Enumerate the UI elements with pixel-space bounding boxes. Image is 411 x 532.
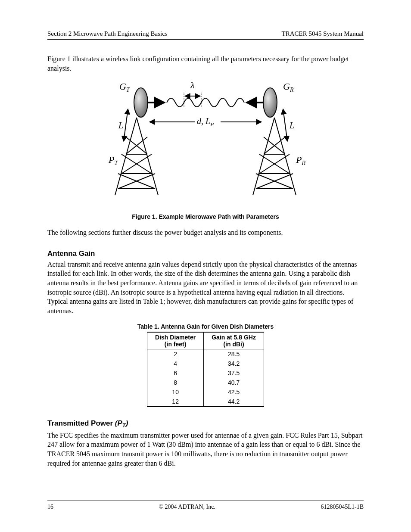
svg-line-13 [253, 118, 274, 195]
svg-line-31 [124, 109, 128, 141]
l-right-label: L [289, 121, 294, 130]
table-row: 1042.5 [147, 387, 264, 397]
gr-label: GR [283, 81, 294, 93]
footer-doc-number: 612805045L1-1B [321, 504, 364, 510]
after-figure-paragraph: The following sections further discuss t… [47, 228, 364, 237]
table-row: 228.5 [147, 349, 264, 359]
antenna-gain-table: Dish Diameter(in feet) Gain at 5.8 GHz(i… [147, 332, 264, 407]
svg-point-24 [263, 88, 277, 117]
table-row: 637.5 [147, 368, 264, 378]
pr-label: PR [296, 154, 305, 166]
transmitted-power-paragraph: The FCC specifies the maximum transmitte… [47, 431, 364, 468]
microwave-path-diagram: λ d, LP L L GT GR PT PR [85, 79, 326, 204]
gt-label: GT [119, 81, 130, 93]
pt-label: PT [108, 154, 118, 166]
table-header-diameter: Dish Diameter(in feet) [147, 332, 204, 349]
footer-copyright: © 2004 ADTRAN, Inc. [159, 504, 215, 510]
lambda-label: λ [190, 80, 195, 90]
intro-paragraph: Figure 1 illustrates a wireless link con… [47, 54, 364, 73]
table-header-gain: Gain at 5.8 GHz(in dBi) [204, 332, 264, 349]
l-left-label: L [118, 121, 123, 130]
svg-point-11 [134, 88, 148, 117]
table-row: 434.2 [147, 359, 264, 368]
figure-caption: Figure 1. Example Microwave Path with Pa… [47, 213, 364, 220]
table-row: 1244.2 [147, 397, 264, 407]
antenna-gain-paragraph: Actual transmit and receive antenna gain… [47, 260, 364, 316]
page-footer: 16 © 2004 ADTRAN, Inc. 612805045L1-1B [47, 501, 364, 510]
header-right: TRACER 5045 System Manual [282, 30, 364, 37]
page-header: Section 2 Microwave Path Engineering Bas… [47, 30, 364, 40]
header-left: Section 2 Microwave Path Engineering Bas… [47, 30, 168, 37]
footer-page-number: 16 [47, 504, 53, 510]
svg-line-32 [283, 109, 287, 141]
table-caption: Table 1. Antenna Gain for Given Dish Dia… [47, 323, 364, 330]
page: Section 2 Microwave Path Engineering Bas… [0, 0, 411, 532]
figure-1: λ d, LP L L GT GR PT PR Figure 1. Exampl… [47, 79, 364, 220]
antenna-gain-heading: Antenna Gain [47, 249, 364, 258]
transmitted-power-heading: Transmitted Power (PT) [47, 419, 364, 429]
svg-line-1 [137, 118, 158, 195]
table-row: 840.7 [147, 378, 264, 387]
